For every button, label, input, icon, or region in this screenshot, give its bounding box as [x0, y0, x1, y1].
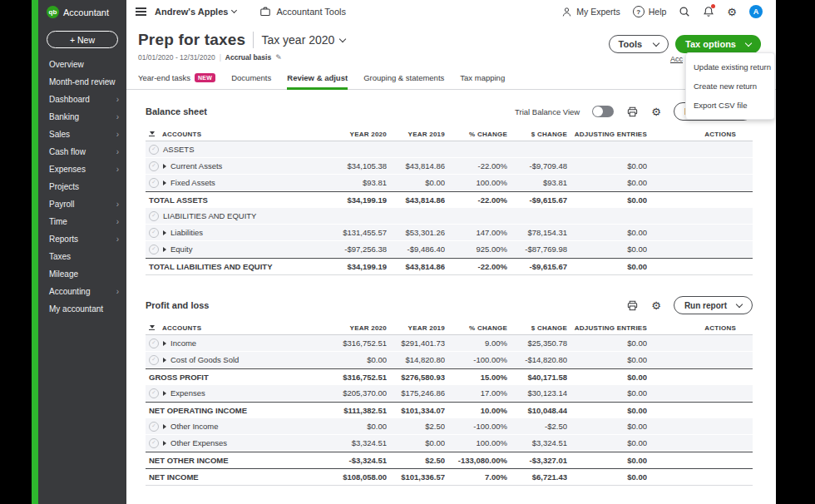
expand-caret-icon[interactable] — [163, 230, 166, 235]
sidebar-item-my-accountant[interactable]: My accountant — [38, 300, 126, 318]
edit-pencil-icon[interactable]: ✎ — [275, 53, 282, 62]
col-header-label: YEAR 2020 — [350, 131, 387, 138]
report-settings-gear-icon[interactable]: ⚙ — [651, 106, 661, 117]
menu-item-export-csv-file[interactable]: Export CSV file — [686, 96, 774, 115]
print-button[interactable] — [626, 299, 639, 312]
account-row-liabilities[interactable]: ✓Liabilities$131,455.57$53,301.26147.00%… — [146, 225, 753, 241]
sidebar-item-dashboard[interactable]: Dashboard› — [38, 91, 126, 108]
expand-caret-icon[interactable] — [163, 341, 166, 346]
sidebar-item-label: Month-end review — [49, 77, 115, 86]
status-circle-icon[interactable]: ✓ — [149, 355, 159, 365]
tools-button[interactable]: Tools — [609, 35, 669, 53]
account-row-income[interactable]: ✓Income$316,752.51$291,401.739.00%$25,35… — [146, 335, 753, 352]
sidebar-item-expenses[interactable]: Expenses› — [38, 161, 126, 178]
status-circle-icon[interactable]: ✓ — [149, 161, 159, 171]
avatar[interactable]: A — [749, 5, 763, 18]
expand-caret-icon[interactable] — [163, 247, 166, 252]
trial-balance-toggle[interactable] — [592, 106, 614, 117]
tab-review-adjust[interactable]: Review & adjust — [287, 69, 348, 89]
expand-caret-icon[interactable] — [163, 424, 166, 429]
total-row-total-assets: TOTAL ASSETS$34,199.19$43,814.86-22.00%-… — [146, 191, 753, 208]
status-circle-icon[interactable]: ✓ — [149, 145, 159, 155]
tax-year-selector[interactable]: Tax year 2020 — [261, 33, 345, 47]
run-report-button-profit-loss[interactable]: Run report — [674, 296, 753, 314]
help-button[interactable]: ? Help — [633, 6, 667, 17]
account-row-other-expenses[interactable]: ✓Other Expenses$3,324.51$0.00100.00%$3,3… — [146, 435, 753, 452]
status-circle-icon[interactable]: ✓ — [149, 245, 159, 254]
section-row-assets: ✓ASSETS — [146, 141, 753, 158]
my-experts-button[interactable]: My Experts — [561, 7, 620, 17]
expand-caret-icon[interactable] — [163, 391, 166, 396]
status-circle-icon[interactable]: ✓ — [149, 422, 159, 432]
expand-caret-icon[interactable] — [163, 180, 166, 185]
new-button[interactable]: + New — [47, 31, 118, 48]
cell-change: -22.00% — [445, 262, 507, 271]
cell-change: -$9,709.48 — [507, 161, 567, 170]
tab-grouping-statements[interactable]: Grouping & statements — [363, 69, 444, 89]
print-button[interactable] — [626, 106, 639, 118]
sidebar-item-cash-flow[interactable]: Cash flow› — [38, 143, 126, 161]
account-row-other-income[interactable]: ✓Other Income$0.00$2.50-100.00%-$2.50$0.… — [146, 418, 753, 435]
cell-adjusting-entries: $0.00 — [567, 373, 647, 382]
cell-change: -$87,769.98 — [507, 245, 567, 254]
accounts-cell: ✓Income — [146, 338, 304, 348]
hamburger-menu-icon[interactable] — [136, 7, 146, 16]
sidebar-item-payroll[interactable]: Payroll› — [38, 195, 126, 213]
sidebar-item-reports[interactable]: Reports› — [38, 230, 126, 248]
expand-caret-icon[interactable] — [163, 164, 166, 169]
col-header-accounts[interactable]: ACCOUNTS — [146, 131, 304, 138]
expand-caret-icon[interactable] — [163, 441, 166, 446]
account-row-current-assets[interactable]: ✓Current Assets$34,105.38$43,814.86-22.0… — [146, 158, 753, 175]
sort-icon[interactable] — [149, 325, 155, 331]
chevron-right-icon: › — [116, 131, 119, 139]
report-settings-gear-icon[interactable]: ⚙ — [651, 300, 661, 311]
menu-item-create-new-return[interactable]: Create new return — [686, 77, 774, 96]
col-header-actions: ACTIONS — [647, 324, 736, 332]
notification-dot — [711, 4, 715, 8]
profit-loss-table: ACCOUNTSYEAR 2020YEAR 2019% CHANGE$ CHAN… — [146, 321, 753, 486]
sidebar-item-accounting[interactable]: Accounting› — [38, 283, 126, 300]
tab-tax-mapping[interactable]: Tax mapping — [460, 69, 505, 89]
cell-year-2019: $276,580.93 — [387, 373, 445, 382]
expand-caret-icon[interactable] — [163, 358, 166, 363]
settings-gear-icon[interactable]: ⚙ — [727, 7, 737, 17]
status-circle-icon[interactable]: ✓ — [149, 178, 159, 188]
account-row-equity[interactable]: ✓Equity-$97,256.38-$9,486.40925.00%-$87,… — [146, 241, 753, 258]
sidebar-item-time[interactable]: Time› — [38, 213, 126, 230]
sidebar-item-label: Payroll — [49, 200, 75, 209]
accountant-tools-button[interactable]: Accountant Tools — [259, 6, 346, 17]
sidebar-item-banking[interactable]: Banking› — [38, 108, 126, 126]
menu-item-update-existing-return[interactable]: Update existing return — [686, 57, 774, 77]
status-circle-icon[interactable]: ✓ — [149, 438, 159, 448]
account-row-cost-of-goods-sold[interactable]: ✓Cost of Goods Sold$0.00$14,820.80-100.0… — [146, 352, 753, 368]
chevron-right-icon: › — [116, 218, 119, 226]
tax-options-button[interactable]: Tax options — [675, 35, 761, 53]
account-row-expenses[interactable]: ✓Expenses$205,370.00$175,246.8617.00%$30… — [146, 385, 753, 402]
sidebar-item-mileage[interactable]: Mileage — [38, 265, 126, 283]
sidebar-item-sales[interactable]: Sales› — [38, 126, 126, 143]
cell-change: $93.81 — [507, 178, 567, 187]
status-circle-icon[interactable]: ✓ — [149, 228, 159, 238]
sidebar-item-projects[interactable]: Projects — [38, 178, 126, 195]
tax-year-label: Tax year 2020 — [261, 33, 334, 47]
sidebar-item-month-end-review[interactable]: Month-end review — [38, 73, 126, 91]
notifications-button[interactable] — [703, 6, 714, 17]
company-switcher[interactable]: Andrew's Apples — [155, 7, 236, 17]
search-button[interactable] — [679, 6, 690, 17]
col-header-label: % CHANGE — [469, 131, 507, 138]
cell-year-2019: -$9,486.40 — [387, 245, 445, 254]
col-header-accounts[interactable]: ACCOUNTS — [146, 324, 304, 332]
sort-icon[interactable] — [149, 131, 155, 137]
account-row-fixed-assets[interactable]: ✓Fixed Assets$93.81$0.00100.00%$93.81$0.… — [146, 175, 753, 191]
status-circle-icon[interactable]: ✓ — [149, 388, 159, 398]
sidebar-item-overview[interactable]: Overview — [38, 56, 126, 73]
tab-documents[interactable]: Documents — [231, 69, 271, 89]
col-header-change: % CHANGE — [445, 131, 507, 138]
accountant-review-link[interactable]: Acc — [670, 55, 683, 63]
section-row-liabilities-and-equity: ✓LIABILITIES AND EQUITY — [146, 208, 753, 225]
tab-year-end-tasks[interactable]: Year-end tasksNEW — [138, 69, 215, 89]
accounting-basis: Accrual basis — [225, 53, 271, 62]
status-circle-icon[interactable]: ✓ — [149, 211, 159, 221]
sidebar-item-taxes[interactable]: Taxes — [38, 248, 126, 265]
status-circle-icon[interactable]: ✓ — [149, 338, 159, 348]
